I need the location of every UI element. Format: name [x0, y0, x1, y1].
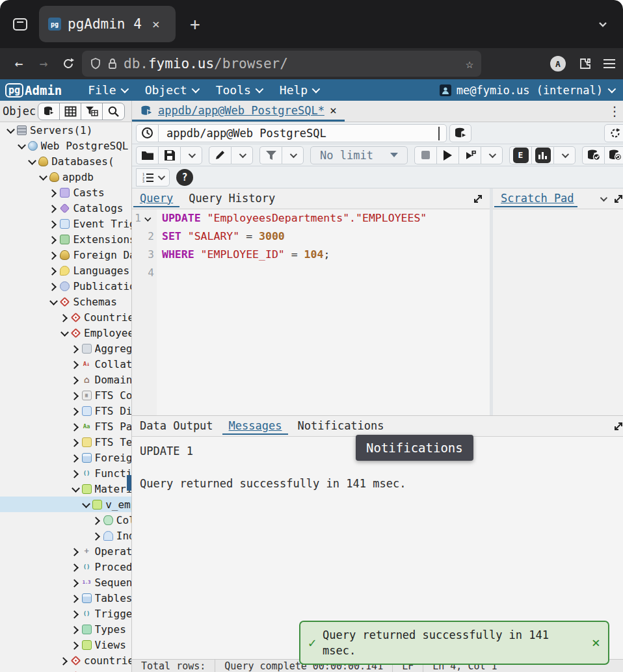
bookmark-star-icon[interactable]: ☆ — [466, 56, 473, 71]
editor-code[interactable]: UPDATE "EmployeesDepartments"."EMPLOYEES… — [157, 209, 490, 415]
address-bar[interactable]: db.fymio.us/browser/ ☆ — [82, 51, 481, 77]
chevron-down-icon[interactable] — [38, 172, 47, 182]
rollback-icon[interactable] — [604, 146, 623, 164]
chevron-right-icon[interactable] — [48, 266, 58, 276]
edit-icon[interactable] — [209, 146, 231, 164]
back-icon[interactable]: ← — [8, 53, 30, 75]
reset-layout-icon[interactable] — [604, 124, 623, 142]
chevron-right-icon[interactable] — [70, 593, 80, 603]
extensions-icon[interactable] — [577, 57, 592, 71]
user-menu[interactable]: me@fymio.us (internal) — [440, 84, 618, 97]
tree-item[interactable]: Databases( — [0, 153, 131, 169]
tree-item[interactable]: v_employees — [0, 497, 131, 512]
tree-item[interactable]: Countries — [0, 309, 131, 325]
tab-overview-icon[interactable] — [10, 14, 30, 34]
chevron-right-icon[interactable] — [70, 391, 80, 400]
explain-analyze-icon[interactable] — [531, 146, 553, 164]
scratch-pad-body[interactable] — [493, 209, 623, 415]
view-table-icon[interactable] — [60, 103, 81, 120]
tree-item[interactable]: Catalogs — [0, 200, 131, 216]
chevron-right-icon[interactable] — [70, 562, 80, 572]
adblock-icon[interactable]: A — [550, 56, 566, 71]
tree-item[interactable]: Schemas — [0, 294, 131, 309]
stop-icon[interactable] — [414, 146, 436, 164]
tree-item[interactable]: Publications — [0, 278, 131, 294]
chevron-right-icon[interactable] — [70, 344, 80, 354]
chevron-right-icon[interactable] — [70, 359, 80, 369]
chevron-right-icon[interactable] — [59, 313, 69, 322]
filter-options-chevron-icon[interactable] — [282, 146, 304, 164]
expand-icon[interactable] — [613, 194, 623, 204]
chevron-right-icon[interactable] — [48, 219, 58, 229]
connection-combo[interactable]: appdb/app@Web PostgreSQL — [136, 124, 447, 142]
tree-item[interactable]: ()Functions — [0, 465, 131, 481]
save-options-chevron-icon[interactable] — [180, 146, 202, 164]
chevron-right-icon[interactable] — [70, 437, 80, 447]
tree-item[interactable]: FTS Dictionaries — [0, 403, 131, 419]
tab-query-history[interactable]: Query History — [182, 190, 282, 207]
edit-options-chevron-icon[interactable] — [231, 146, 253, 164]
execute-cursor-icon[interactable] — [458, 146, 481, 164]
menu-tools[interactable]: Tools — [207, 79, 271, 101]
macro-icon[interactable]: 123 — [136, 168, 170, 187]
close-tab-icon[interactable]: × — [148, 16, 164, 32]
tree-item[interactable]: Foreign Tables — [0, 450, 131, 465]
expand-icon[interactable] — [466, 194, 490, 204]
chevron-right-icon[interactable] — [70, 578, 80, 588]
chevron-right-icon[interactable] — [92, 515, 101, 525]
query-tool-tab[interactable]: appdb/app@Web PostgreSQL* × — [132, 101, 345, 122]
tree-item[interactable]: 1.3Sequences — [0, 575, 131, 590]
scratch-pad-tab[interactable]: Scratch Pad — [494, 190, 577, 207]
tree-item[interactable] — [0, 668, 131, 672]
tree-item[interactable]: Servers(1) — [0, 122, 131, 138]
tree-item[interactable]: FTS Templates — [0, 434, 131, 450]
filter-icon[interactable] — [259, 146, 282, 164]
chevron-right-icon[interactable] — [70, 640, 80, 650]
chevron-down-icon[interactable] — [27, 157, 36, 166]
commit-icon[interactable] — [582, 146, 604, 164]
filtered-rows-icon[interactable] — [81, 103, 103, 120]
view-data-icon[interactable] — [38, 103, 60, 120]
explain-options-chevron-icon[interactable] — [553, 146, 576, 164]
tree-item[interactable]: A↓Collations — [0, 356, 131, 372]
chevron-right-icon[interactable] — [48, 203, 58, 213]
new-connection-icon[interactable] — [449, 124, 471, 142]
tab-query[interactable]: Query — [133, 190, 179, 207]
chevron-right-icon[interactable] — [70, 453, 80, 463]
tree-item[interactable]: Event Triggers — [0, 216, 131, 231]
tree-item[interactable]: ()Trigger Functions — [0, 606, 131, 621]
chevron-right-icon[interactable] — [59, 656, 69, 666]
tree-item[interactable]: +Operators — [0, 543, 131, 559]
menu-help[interactable]: Help — [271, 79, 327, 101]
tree-item[interactable]: EmployeesDepartments — [0, 325, 131, 341]
chevron-right-icon[interactable] — [48, 235, 58, 244]
chevron-right-icon[interactable] — [70, 406, 80, 416]
save-icon[interactable] — [158, 146, 180, 164]
chevron-down-icon[interactable] — [16, 141, 26, 151]
tree-item[interactable]: appdb — [0, 169, 131, 185]
tree-item[interactable]: Tables — [0, 590, 131, 606]
chevron-down-icon[interactable] — [48, 297, 58, 307]
forward-icon[interactable]: → — [33, 53, 55, 75]
tab-data-output[interactable]: Data Output — [133, 418, 220, 435]
tree-item[interactable]: Languages — [0, 263, 131, 278]
tree-item[interactable]: Extensions — [0, 231, 131, 247]
tree-item[interactable]: Aggregates — [0, 341, 131, 356]
chevron-down-icon[interactable] — [59, 328, 69, 338]
explain-icon[interactable]: E — [509, 146, 531, 164]
menu-object[interactable]: Object — [136, 79, 207, 101]
kebab-menu-icon[interactable]: ⋮ — [599, 103, 623, 119]
execute-icon[interactable] — [436, 146, 458, 164]
tab-list-chevron-icon[interactable] — [593, 14, 613, 34]
chevron-down-icon[interactable] — [70, 484, 80, 494]
tree-item[interactable]: AaFTS Parsers — [0, 419, 131, 434]
tree-item[interactable]: Casts — [0, 185, 131, 200]
reload-icon[interactable] — [57, 53, 79, 75]
chevron-right-icon[interactable] — [70, 625, 80, 634]
menu-icon[interactable] — [603, 59, 615, 68]
new-tab-button[interactable]: + — [186, 14, 204, 34]
shield-icon[interactable] — [90, 57, 101, 70]
chevron-right-icon[interactable] — [70, 375, 80, 385]
chevron-right-icon[interactable] — [48, 188, 58, 198]
tree-item[interactable]: Web PostgreSQL — [0, 138, 131, 153]
